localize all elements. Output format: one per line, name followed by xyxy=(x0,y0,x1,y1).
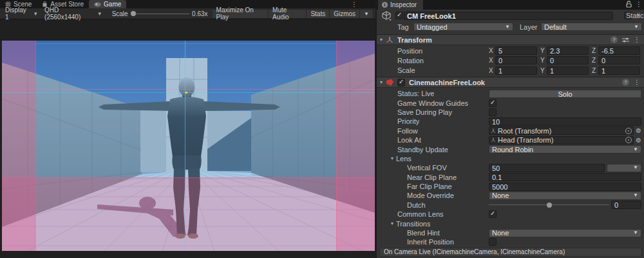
game-viewport[interactable] xyxy=(2,41,375,251)
save-during-play-label: Save During Play xyxy=(397,108,452,116)
foldout-icon[interactable]: ▼ xyxy=(388,221,396,226)
camera-live-status-bar: On Camera Live (ICinemachineCamera, ICin… xyxy=(379,248,642,257)
transform-mini-icon xyxy=(491,128,496,134)
rotation-z-field[interactable]: 0 xyxy=(598,56,640,64)
position-label: Position xyxy=(397,47,489,55)
game-window-guides-checkbox[interactable] xyxy=(489,99,497,107)
dutch-slider-knob[interactable] xyxy=(547,203,552,208)
inspector-kebab-icon[interactable]: ⋮ xyxy=(636,1,642,8)
blend-hint-dropdown[interactable]: None▼ xyxy=(489,229,641,237)
game-window-guides-label: Game Window Guides xyxy=(397,99,468,107)
axis-y-label: Y xyxy=(540,67,547,74)
inspector-tabbar: i Inspector ⋮ xyxy=(377,0,644,10)
axis-x-label: X xyxy=(489,67,495,74)
gameobject-cube-icon[interactable] xyxy=(381,11,392,21)
component-enabled-checkbox[interactable] xyxy=(397,79,405,86)
scale-slider-knob[interactable] xyxy=(131,11,136,16)
tag-label: Tag xyxy=(397,23,409,31)
cinemachine-header[interactable]: ▼ CinemachineFreeLook ? ⋮ xyxy=(377,77,644,88)
chevron-down-icon: ▼ xyxy=(364,11,369,17)
dutch-slider[interactable] xyxy=(489,201,609,209)
stats-button[interactable]: Stats xyxy=(306,9,329,19)
inspector-icon: i xyxy=(382,2,388,8)
axis-x-label: X xyxy=(489,47,495,54)
layer-dropdown[interactable]: Default▼ xyxy=(541,23,642,31)
blend-hint-label: Blend Hint xyxy=(407,229,440,237)
transitions-foldout-label[interactable]: Transitions xyxy=(396,220,430,228)
standby-update-dropdown[interactable]: Round Robin▼ xyxy=(489,145,641,154)
gizmos-button[interactable]: Gizmos xyxy=(329,9,359,19)
game-panel-kebab-icon[interactable]: ⋮ xyxy=(351,0,357,8)
axis-z-label: Z xyxy=(592,57,598,64)
display-dropdown-label: Display 1 xyxy=(5,6,30,21)
scale-slider[interactable] xyxy=(131,9,189,19)
gameobject-name-field[interactable]: CM FreeLook1 xyxy=(404,12,613,20)
inherit-position-checkbox[interactable] xyxy=(489,238,497,246)
position-x-field[interactable]: 5 xyxy=(495,46,537,55)
static-dropdown-arrow[interactable]: ▼ xyxy=(636,13,641,17)
far-left-wall xyxy=(140,110,167,172)
preset-icon[interactable] xyxy=(622,37,629,43)
follow-label: Follow xyxy=(397,127,418,135)
gear-icon[interactable]: ⚙ xyxy=(636,126,641,135)
dutch-label: Dutch xyxy=(407,201,426,209)
game-scene xyxy=(2,41,375,251)
foldout-icon[interactable]: ▼ xyxy=(388,156,396,161)
foldout-icon[interactable]: ▼ xyxy=(377,37,386,42)
tab-game[interactable]: Game xyxy=(89,0,126,8)
mode-override-value: None xyxy=(492,192,509,199)
help-icon[interactable]: ? xyxy=(622,79,629,86)
object-picker-icon[interactable] xyxy=(625,137,632,143)
rotation-label: Rotation xyxy=(397,57,489,64)
tag-dropdown[interactable]: Untagged▼ xyxy=(413,23,513,31)
cinemachine-title: CinemachineFreeLook xyxy=(409,79,485,86)
scale-z-field[interactable]: 1 xyxy=(598,66,640,75)
game-view-icon xyxy=(94,2,101,7)
display-dropdown[interactable]: Display 1▼ xyxy=(2,9,41,19)
scale-slider-track xyxy=(136,14,189,14)
save-during-play-checkbox[interactable] xyxy=(489,108,497,116)
near-clip-plane-field[interactable]: 0.1 xyxy=(489,173,641,181)
lock-icon[interactable] xyxy=(626,1,632,8)
gear-icon[interactable]: ⚙ xyxy=(636,136,641,144)
maximize-on-play-button[interactable]: Maximize On Play xyxy=(212,9,269,19)
object-picker-icon[interactable] xyxy=(625,128,632,134)
axis-z-label: Z xyxy=(592,67,598,74)
axis-z-label: Z xyxy=(592,47,598,54)
scale-x-field[interactable]: 1 xyxy=(495,66,537,75)
priority-field[interactable]: 10 xyxy=(489,117,641,126)
axis-x-label: X xyxy=(489,57,495,64)
transform-kebab-icon[interactable]: ⋮ xyxy=(634,36,640,43)
look-at-object-field[interactable]: Head (Transform) xyxy=(489,136,634,144)
scale-value: 0.63x xyxy=(189,10,211,17)
rotation-y-field[interactable]: 0 xyxy=(547,56,589,64)
follow-object-field[interactable]: Root (Transform) xyxy=(489,126,634,135)
position-y-field[interactable]: 2.3 xyxy=(547,46,589,55)
rotation-x-field[interactable]: 0 xyxy=(495,56,537,64)
priority-label: Priority xyxy=(397,117,419,125)
far-clip-plane-field[interactable]: 5000 xyxy=(489,183,641,191)
gameobject-enabled-checkbox[interactable] xyxy=(395,12,403,19)
common-lens-checkbox[interactable] xyxy=(489,210,497,218)
chevron-down-icon: ▼ xyxy=(97,11,102,17)
scale-y-field[interactable]: 1 xyxy=(547,66,589,75)
transform-header[interactable]: ▼ Transform ? ⋮ xyxy=(377,34,644,45)
help-icon[interactable]: ? xyxy=(611,36,618,43)
position-z-field[interactable]: -6.5 xyxy=(598,46,640,55)
gizmos-dropdown-arrow[interactable]: ▼ xyxy=(359,9,374,19)
cinemachine-kebab-icon[interactable]: ⋮ xyxy=(634,79,640,86)
dutch-field[interactable]: 0 xyxy=(611,201,641,209)
solo-button[interactable]: Solo xyxy=(489,90,641,98)
foldout-icon[interactable]: ▼ xyxy=(377,80,386,84)
lens-foldout-label[interactable]: Lens xyxy=(396,155,412,163)
axis-y-label: Y xyxy=(540,57,547,64)
vertical-fov-field[interactable]: 50 xyxy=(489,164,605,172)
look-at-value: Head (Transform) xyxy=(498,136,553,144)
maximize-on-play-label: Maximize On Play xyxy=(216,6,265,21)
fov-preset-dropdown[interactable]: ▼ xyxy=(607,164,641,172)
mode-override-dropdown[interactable]: None▼ xyxy=(489,192,641,200)
tab-inspector[interactable]: i Inspector xyxy=(378,0,423,10)
resolution-dropdown[interactable]: QHD (2560x1440)▼ xyxy=(41,9,106,19)
tag-value: Untagged xyxy=(417,23,448,31)
mute-audio-button[interactable]: Mute Audio xyxy=(268,9,306,19)
